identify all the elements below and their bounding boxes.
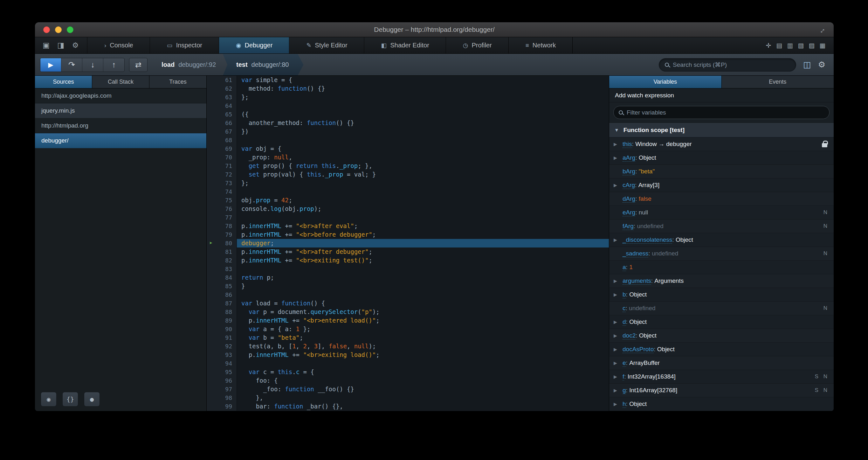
stack-frame-load[interactable]: load debugger/:92 xyxy=(155,54,223,76)
variable-row-a[interactable]: a: 1 xyxy=(609,261,834,274)
line-number[interactable]: 93 xyxy=(207,351,237,359)
line-number[interactable]: 98 xyxy=(207,394,237,402)
line-number[interactable]: 95 xyxy=(207,368,237,376)
source-item-htmlpad-org[interactable]: http://htmlpad.org xyxy=(35,118,206,133)
zoom-button[interactable] xyxy=(67,26,73,33)
toggle-panes-icon[interactable]: ◫ xyxy=(803,60,811,70)
variable-row-docAsProto[interactable]: ▶docAsProto: Object xyxy=(609,343,834,356)
dock-side-icon[interactable]: ◨ xyxy=(54,37,68,53)
minimize-button[interactable] xyxy=(55,26,62,33)
variable-row-f[interactable]: ▶f: Int32Array[16384]SN xyxy=(609,370,834,384)
variable-row-aArg[interactable]: ▶aArg: Object xyxy=(609,151,834,165)
line-number[interactable]: 72 xyxy=(207,170,237,179)
variable-row-doc2[interactable]: ▶doc2: Object xyxy=(609,329,834,343)
line-number[interactable]: 96 xyxy=(207,376,237,385)
responsive-design-icon[interactable]: ▥ xyxy=(785,37,796,53)
app-grid-icon[interactable]: ▦ xyxy=(817,37,828,53)
variable-row-arguments[interactable]: ▶arguments: Arguments xyxy=(609,274,834,288)
line-number[interactable]: 66 xyxy=(207,119,237,127)
line-number[interactable]: 69 xyxy=(207,144,237,153)
tab-shader-editor[interactable]: ◧Shader Editor xyxy=(364,37,446,53)
variable-row-d[interactable]: ▶d: Object xyxy=(609,315,834,329)
step-out-button[interactable]: ↑ xyxy=(103,58,124,71)
line-number[interactable]: 78 xyxy=(207,222,237,230)
line-number[interactable]: 79 xyxy=(207,230,237,239)
line-number[interactable]: 82 xyxy=(207,256,237,265)
line-number[interactable]: 97 xyxy=(207,385,237,394)
tab-variables[interactable]: Variables xyxy=(609,76,722,88)
variable-row-b[interactable]: ▶b: Object xyxy=(609,288,834,301)
variable-row-eArg[interactable]: eArg: nullN xyxy=(609,206,834,220)
line-number[interactable]: 76 xyxy=(207,205,237,213)
variable-row-h[interactable]: ▶h: Object xyxy=(609,397,834,411)
line-number[interactable]: 85 xyxy=(207,282,237,290)
tab-call-stack[interactable]: Call Stack xyxy=(92,76,149,88)
paint-flashing-icon[interactable]: ▧ xyxy=(796,37,806,53)
step-over-button[interactable]: ↷ xyxy=(61,58,82,71)
tab-events[interactable]: Events xyxy=(722,76,834,88)
line-number[interactable]: 86 xyxy=(207,290,237,299)
debugger-options-gear-icon[interactable]: ⚙ xyxy=(818,60,826,70)
source-item-debugger[interactable]: debugger/ xyxy=(35,133,206,148)
variable-row-fArg[interactable]: fArg: undefinedN xyxy=(609,220,834,233)
stack-frame-test[interactable]: test debugger/:80 xyxy=(223,54,303,76)
tab-network[interactable]: ≡Network xyxy=(509,37,572,53)
line-number[interactable]: 88 xyxy=(207,308,237,316)
line-number[interactable]: 68 xyxy=(207,136,237,144)
variable-row-this[interactable]: ▶this: Window → debugger xyxy=(609,138,834,151)
line-number[interactable]: 92 xyxy=(207,342,237,351)
tab-traces[interactable]: Traces xyxy=(149,76,206,88)
variable-row-dArg[interactable]: dArg: false xyxy=(609,192,834,206)
line-number[interactable]: 90 xyxy=(207,325,237,334)
resume-button[interactable]: ▶ xyxy=(40,58,61,71)
tab-profiler[interactable]: ◷Profiler xyxy=(446,37,509,53)
line-number[interactable]: 91 xyxy=(207,334,237,342)
tab-inspector[interactable]: ▭Inspector xyxy=(150,37,219,53)
blackbox-source-button[interactable]: ● xyxy=(84,392,100,407)
source-item-ajax-googleapis[interactable]: http://ajax.googleapis.com xyxy=(35,88,206,104)
add-watch-expression[interactable]: Add watch expression xyxy=(609,88,834,103)
line-number[interactable]: ➤80 xyxy=(207,239,237,248)
line-number[interactable]: 74 xyxy=(207,188,237,196)
line-number[interactable]: 75 xyxy=(207,196,237,205)
scratchpad-icon[interactable]: ▨ xyxy=(806,37,817,53)
line-number[interactable]: 70 xyxy=(207,153,237,162)
toggle-pause-exceptions-button[interactable]: ⇄ xyxy=(129,58,148,72)
variable-row-_disconsolateness[interactable]: ▶_disconsolateness: Object xyxy=(609,233,834,247)
step-in-button[interactable]: ↓ xyxy=(82,58,103,71)
dock-bottom-icon[interactable]: ▣ xyxy=(39,37,54,53)
line-number[interactable]: 84 xyxy=(207,273,237,282)
line-number[interactable]: 71 xyxy=(207,162,237,170)
line-number[interactable]: 94 xyxy=(207,359,237,368)
variable-row-bArg[interactable]: bArg: "beta" xyxy=(609,165,834,178)
line-number[interactable]: 67 xyxy=(207,127,237,136)
pick-element-icon[interactable]: ✛ xyxy=(763,37,774,53)
line-number[interactable]: 87 xyxy=(207,299,237,308)
line-number[interactable]: 62 xyxy=(207,84,237,93)
line-number[interactable]: 81 xyxy=(207,248,237,256)
tab-style-editor[interactable]: ✎Style Editor xyxy=(289,37,364,53)
split-console-icon[interactable]: ▤ xyxy=(774,37,785,53)
variable-row-_sadness[interactable]: _sadness: undefinedN xyxy=(609,247,834,261)
line-number[interactable]: 61 xyxy=(207,76,237,84)
line-number[interactable]: 63 xyxy=(207,93,237,102)
scope-header[interactable]: ▼ Function scope [test] xyxy=(609,123,834,138)
source-item-jquery-min-js[interactable]: jquery.min.js xyxy=(35,104,206,118)
variable-row-cArg[interactable]: ▶cArg: Array[3] xyxy=(609,178,834,192)
variable-row-g[interactable]: ▶g: Int16Array[32768]SN xyxy=(609,384,834,397)
line-number[interactable]: 77 xyxy=(207,213,237,222)
line-number[interactable]: 65 xyxy=(207,110,237,119)
tab-sources[interactable]: Sources xyxy=(35,76,92,88)
prettify-source-button[interactable]: {} xyxy=(62,392,78,407)
close-button[interactable] xyxy=(43,26,50,33)
line-number[interactable]: 99 xyxy=(207,402,237,411)
toggle-pause-on-event-button[interactable]: ◉ xyxy=(41,392,57,407)
line-number[interactable]: 89 xyxy=(207,316,237,325)
filter-variables-input[interactable] xyxy=(627,109,824,116)
variable-row-e[interactable]: ▶e: ArrayBuffer xyxy=(609,356,834,370)
line-number[interactable]: 64 xyxy=(207,102,237,110)
search-scripts-input[interactable] xyxy=(673,61,790,68)
line-number[interactable]: 73 xyxy=(207,179,237,188)
variable-row-c[interactable]: c: undefinedN xyxy=(609,301,834,315)
tab-debugger[interactable]: ◉Debugger xyxy=(219,37,289,53)
